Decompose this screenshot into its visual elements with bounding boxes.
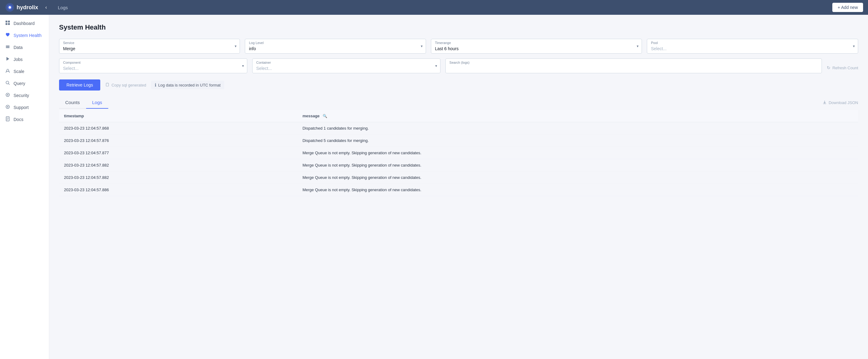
svg-point-17 [7,106,8,107]
svg-rect-3 [5,21,7,23]
timerange-filter-group: Timerange Last 6 hours ▾ [431,39,642,54]
service-label: Service [63,41,74,45]
table-row: 2023-03-23 12:04:57.876Dispatched 5 cand… [59,135,858,147]
column-timestamp: timestamp [59,110,298,122]
container-placeholder: Select... [256,66,272,71]
component-placeholder: Select... [63,66,79,71]
tab-counts[interactable]: Counts [59,97,86,109]
download-json-button[interactable]: Download JSON [823,100,858,105]
clipboard-icon [105,83,110,88]
table-row: 2023-03-23 12:04:57.877Merge Queue is no… [59,147,858,159]
service-select[interactable]: Service Merge ▾ [59,39,240,54]
cell-message: Dispatched 5 candidates for merging. [298,135,858,147]
table-row: 2023-03-23 12:04:57.882Merge Queue is no… [59,171,858,184]
cell-timestamp: 2023-03-23 12:04:57.876 [59,135,298,147]
cell-timestamp: 2023-03-23 12:04:57.882 [59,171,298,184]
tab-logs[interactable]: Logs [86,97,108,109]
sidebar-item-scale[interactable]: Scale [0,65,49,77]
sidebar-item-label: Dashboard [13,21,35,26]
sidebar-item-jobs[interactable]: Jobs [0,53,49,65]
download-icon [823,100,827,105]
refresh-count-button[interactable]: ↻ Refresh Count [827,63,858,73]
jobs-icon [5,56,10,62]
component-label: Component [63,61,81,64]
component-chevron-icon: ▾ [242,64,244,68]
svg-rect-6 [8,23,10,25]
refresh-count-label: Refresh Count [832,65,858,70]
search-input-wrapper: Search (logs) [445,58,822,73]
refresh-icon: ↻ [827,65,831,70]
sidebar-item-label: System Health [13,33,41,38]
container-label: Container [256,61,271,64]
cell-message: Merge Queue is not empty. Skipping gener… [298,171,858,184]
tabs-row: Counts Logs Download JSON [59,97,858,109]
sidebar-item-support[interactable]: Support [0,101,49,113]
service-filter-group: Service Merge ▾ [59,39,240,54]
sidebar-item-label: Query [13,81,25,86]
column-message: message 🔍 [298,110,858,122]
copy-sql-button[interactable]: Copy sql generated [105,83,146,88]
main-content: System Health Service Merge ▾ Log Level … [49,15,868,359]
log-level-label: Log Level [249,41,264,45]
search-filter-group: Search (logs) [445,58,822,73]
svg-rect-23 [107,83,108,83]
cell-timestamp: 2023-03-23 12:04:57.886 [59,184,298,196]
sidebar-item-label: Security [13,93,29,98]
utc-info-badge: ℹ Log data is recorded in UTC format [151,81,224,89]
timerange-select[interactable]: Timerange Last 6 hours ▾ [431,39,642,54]
sidebar-item-system-health[interactable]: System Health [0,29,49,41]
svg-marker-10 [6,57,9,61]
log-level-chevron-icon: ▾ [421,44,423,48]
support-icon [5,104,10,110]
search-label: Search (logs) [450,61,469,64]
timerange-chevron-icon: ▾ [637,44,639,48]
cell-message: Merge Queue is not empty. Skipping gener… [298,159,858,171]
collapse-sidebar-button[interactable]: ‹ [42,3,51,12]
log-level-select[interactable]: Log Level info ▾ [245,39,426,54]
search-input[interactable] [450,66,818,71]
sidebar-item-docs[interactable]: Docs [0,113,49,125]
sidebar-item-label: Docs [13,117,23,122]
container-chevron-icon: ▾ [435,64,437,68]
logo: hydrolix [5,2,38,12]
log-level-value: info [249,46,256,51]
query-icon [5,80,10,86]
sidebar-item-query[interactable]: Query [0,77,49,89]
cell-timestamp: 2023-03-23 12:04:57.882 [59,159,298,171]
table-row: 2023-03-23 12:04:57.882Merge Queue is no… [59,159,858,171]
service-chevron-icon: ▾ [235,44,237,48]
container-filter-group: Container Select... ▾ [252,58,440,73]
cell-timestamp: 2023-03-23 12:04:57.877 [59,147,298,159]
cell-message: Dispatched 1 candidates for merging. [298,122,858,135]
heart-icon [5,32,10,38]
component-select[interactable]: Component Select... ▾ [59,58,247,73]
info-icon: ℹ [155,83,156,87]
page-title: System Health [59,23,858,31]
pool-filter-group: Pool Select... ▾ [647,39,858,54]
svg-rect-9 [6,48,9,48]
sidebar-item-security[interactable]: Security [0,89,49,101]
svg-point-12 [6,81,9,84]
svg-rect-5 [5,23,7,25]
svg-line-13 [9,84,10,85]
docs-icon [5,116,10,122]
svg-rect-4 [8,21,10,23]
service-value: Merge [63,46,75,51]
filters-row-1: Service Merge ▾ Log Level info ▾ [59,39,858,54]
retrieve-logs-button[interactable]: Retrieve Logs [59,79,100,90]
pool-select[interactable]: Pool Select... ▾ [647,39,858,54]
sidebar-item-label: Scale [13,69,24,74]
add-new-button[interactable]: + Add new [832,3,863,12]
svg-point-2 [9,6,11,9]
sidebar-item-data[interactable]: Data [0,41,49,53]
cell-message: Merge Queue is not empty. Skipping gener… [298,147,858,159]
sidebar-item-dashboard[interactable]: Dashboard [0,17,49,29]
data-icon [5,44,10,50]
sidebar-item-label: Jobs [13,57,23,62]
dashboard-icon [5,20,10,26]
timerange-value: Last 6 hours [435,46,459,51]
security-icon [5,92,10,98]
container-select[interactable]: Container Select... ▾ [252,58,440,73]
svg-rect-8 [6,47,9,47]
message-search-icon[interactable]: 🔍 [323,114,327,118]
